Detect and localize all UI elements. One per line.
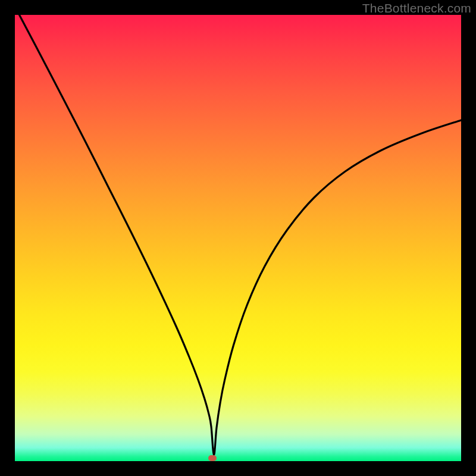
bottleneck-curve xyxy=(20,15,462,455)
chart-frame: TheBottleneck.com xyxy=(0,0,476,476)
watermark-text: TheBottleneck.com xyxy=(362,1,471,15)
plot-area xyxy=(15,15,461,461)
curve-svg xyxy=(15,15,461,461)
optimum-marker xyxy=(208,455,217,461)
